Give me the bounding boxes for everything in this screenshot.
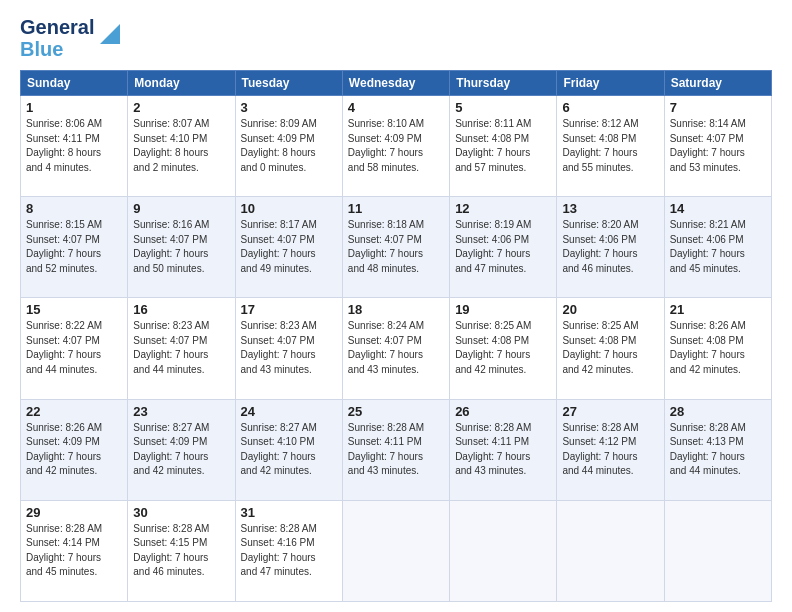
day-number: 8 (26, 201, 122, 216)
day-header-monday: Monday (128, 71, 235, 96)
calendar-cell (450, 500, 557, 601)
day-number: 19 (455, 302, 551, 317)
day-info: Sunrise: 8:28 AMSunset: 4:14 PMDaylight:… (26, 522, 122, 580)
day-number: 9 (133, 201, 229, 216)
day-info: Sunrise: 8:15 AMSunset: 4:07 PMDaylight:… (26, 218, 122, 276)
day-number: 20 (562, 302, 658, 317)
day-header-tuesday: Tuesday (235, 71, 342, 96)
day-number: 18 (348, 302, 444, 317)
day-info: Sunrise: 8:14 AMSunset: 4:07 PMDaylight:… (670, 117, 766, 175)
page: GeneralBlue SundayMondayTuesdayWednesday… (0, 0, 792, 612)
day-number: 13 (562, 201, 658, 216)
day-number: 29 (26, 505, 122, 520)
calendar-cell: 15Sunrise: 8:22 AMSunset: 4:07 PMDayligh… (21, 298, 128, 399)
week-row-5: 29Sunrise: 8:28 AMSunset: 4:14 PMDayligh… (21, 500, 772, 601)
calendar-cell: 3Sunrise: 8:09 AMSunset: 4:09 PMDaylight… (235, 96, 342, 197)
day-number: 7 (670, 100, 766, 115)
calendar-cell: 8Sunrise: 8:15 AMSunset: 4:07 PMDaylight… (21, 197, 128, 298)
logo-icon (96, 20, 124, 48)
day-number: 16 (133, 302, 229, 317)
day-info: Sunrise: 8:19 AMSunset: 4:06 PMDaylight:… (455, 218, 551, 276)
calendar-cell: 12Sunrise: 8:19 AMSunset: 4:06 PMDayligh… (450, 197, 557, 298)
day-number: 11 (348, 201, 444, 216)
calendar-cell: 4Sunrise: 8:10 AMSunset: 4:09 PMDaylight… (342, 96, 449, 197)
day-number: 14 (670, 201, 766, 216)
day-info: Sunrise: 8:07 AMSunset: 4:10 PMDaylight:… (133, 117, 229, 175)
week-row-3: 15Sunrise: 8:22 AMSunset: 4:07 PMDayligh… (21, 298, 772, 399)
day-info: Sunrise: 8:27 AMSunset: 4:09 PMDaylight:… (133, 421, 229, 479)
day-info: Sunrise: 8:11 AMSunset: 4:08 PMDaylight:… (455, 117, 551, 175)
week-row-4: 22Sunrise: 8:26 AMSunset: 4:09 PMDayligh… (21, 399, 772, 500)
calendar-cell: 9Sunrise: 8:16 AMSunset: 4:07 PMDaylight… (128, 197, 235, 298)
day-header-friday: Friday (557, 71, 664, 96)
day-info: Sunrise: 8:09 AMSunset: 4:09 PMDaylight:… (241, 117, 337, 175)
day-number: 17 (241, 302, 337, 317)
calendar-cell: 14Sunrise: 8:21 AMSunset: 4:06 PMDayligh… (664, 197, 771, 298)
day-info: Sunrise: 8:16 AMSunset: 4:07 PMDaylight:… (133, 218, 229, 276)
logo-blue: Blue (20, 38, 63, 60)
day-info: Sunrise: 8:28 AMSunset: 4:11 PMDaylight:… (348, 421, 444, 479)
day-info: Sunrise: 8:25 AMSunset: 4:08 PMDaylight:… (455, 319, 551, 377)
day-number: 6 (562, 100, 658, 115)
day-info: Sunrise: 8:22 AMSunset: 4:07 PMDaylight:… (26, 319, 122, 377)
day-number: 22 (26, 404, 122, 419)
calendar-cell: 25Sunrise: 8:28 AMSunset: 4:11 PMDayligh… (342, 399, 449, 500)
calendar-cell: 24Sunrise: 8:27 AMSunset: 4:10 PMDayligh… (235, 399, 342, 500)
calendar-cell: 21Sunrise: 8:26 AMSunset: 4:08 PMDayligh… (664, 298, 771, 399)
day-info: Sunrise: 8:23 AMSunset: 4:07 PMDaylight:… (133, 319, 229, 377)
calendar-cell: 16Sunrise: 8:23 AMSunset: 4:07 PMDayligh… (128, 298, 235, 399)
day-info: Sunrise: 8:28 AMSunset: 4:11 PMDaylight:… (455, 421, 551, 479)
day-info: Sunrise: 8:06 AMSunset: 4:11 PMDaylight:… (26, 117, 122, 175)
calendar-cell: 30Sunrise: 8:28 AMSunset: 4:15 PMDayligh… (128, 500, 235, 601)
calendar-cell: 11Sunrise: 8:18 AMSunset: 4:07 PMDayligh… (342, 197, 449, 298)
day-info: Sunrise: 8:25 AMSunset: 4:08 PMDaylight:… (562, 319, 658, 377)
day-header-thursday: Thursday (450, 71, 557, 96)
calendar-cell: 22Sunrise: 8:26 AMSunset: 4:09 PMDayligh… (21, 399, 128, 500)
day-info: Sunrise: 8:23 AMSunset: 4:07 PMDaylight:… (241, 319, 337, 377)
day-number: 3 (241, 100, 337, 115)
day-number: 28 (670, 404, 766, 419)
calendar-cell: 23Sunrise: 8:27 AMSunset: 4:09 PMDayligh… (128, 399, 235, 500)
calendar-cell: 6Sunrise: 8:12 AMSunset: 4:08 PMDaylight… (557, 96, 664, 197)
day-number: 4 (348, 100, 444, 115)
calendar-table: SundayMondayTuesdayWednesdayThursdayFrid… (20, 70, 772, 602)
day-number: 2 (133, 100, 229, 115)
day-info: Sunrise: 8:26 AMSunset: 4:09 PMDaylight:… (26, 421, 122, 479)
calendar-cell: 5Sunrise: 8:11 AMSunset: 4:08 PMDaylight… (450, 96, 557, 197)
day-number: 12 (455, 201, 551, 216)
day-number: 10 (241, 201, 337, 216)
week-row-1: 1Sunrise: 8:06 AMSunset: 4:11 PMDaylight… (21, 96, 772, 197)
week-row-2: 8Sunrise: 8:15 AMSunset: 4:07 PMDaylight… (21, 197, 772, 298)
day-info: Sunrise: 8:27 AMSunset: 4:10 PMDaylight:… (241, 421, 337, 479)
day-info: Sunrise: 8:20 AMSunset: 4:06 PMDaylight:… (562, 218, 658, 276)
calendar-cell: 31Sunrise: 8:28 AMSunset: 4:16 PMDayligh… (235, 500, 342, 601)
calendar-cell: 1Sunrise: 8:06 AMSunset: 4:11 PMDaylight… (21, 96, 128, 197)
day-number: 5 (455, 100, 551, 115)
day-info: Sunrise: 8:28 AMSunset: 4:13 PMDaylight:… (670, 421, 766, 479)
day-number: 21 (670, 302, 766, 317)
day-info: Sunrise: 8:12 AMSunset: 4:08 PMDaylight:… (562, 117, 658, 175)
calendar-cell (342, 500, 449, 601)
calendar-cell: 7Sunrise: 8:14 AMSunset: 4:07 PMDaylight… (664, 96, 771, 197)
day-header-wednesday: Wednesday (342, 71, 449, 96)
calendar-cell: 26Sunrise: 8:28 AMSunset: 4:11 PMDayligh… (450, 399, 557, 500)
day-info: Sunrise: 8:28 AMSunset: 4:12 PMDaylight:… (562, 421, 658, 479)
logo-text: GeneralBlue (20, 16, 94, 60)
day-header-sunday: Sunday (21, 71, 128, 96)
day-info: Sunrise: 8:21 AMSunset: 4:06 PMDaylight:… (670, 218, 766, 276)
calendar-cell: 10Sunrise: 8:17 AMSunset: 4:07 PMDayligh… (235, 197, 342, 298)
day-header-saturday: Saturday (664, 71, 771, 96)
calendar-cell: 2Sunrise: 8:07 AMSunset: 4:10 PMDaylight… (128, 96, 235, 197)
day-info: Sunrise: 8:17 AMSunset: 4:07 PMDaylight:… (241, 218, 337, 276)
day-number: 23 (133, 404, 229, 419)
day-info: Sunrise: 8:24 AMSunset: 4:07 PMDaylight:… (348, 319, 444, 377)
calendar-header-row: SundayMondayTuesdayWednesdayThursdayFrid… (21, 71, 772, 96)
day-number: 27 (562, 404, 658, 419)
calendar-cell: 18Sunrise: 8:24 AMSunset: 4:07 PMDayligh… (342, 298, 449, 399)
day-info: Sunrise: 8:10 AMSunset: 4:09 PMDaylight:… (348, 117, 444, 175)
header: GeneralBlue (20, 16, 772, 60)
day-number: 31 (241, 505, 337, 520)
calendar-cell: 28Sunrise: 8:28 AMSunset: 4:13 PMDayligh… (664, 399, 771, 500)
day-info: Sunrise: 8:28 AMSunset: 4:15 PMDaylight:… (133, 522, 229, 580)
calendar-cell: 19Sunrise: 8:25 AMSunset: 4:08 PMDayligh… (450, 298, 557, 399)
